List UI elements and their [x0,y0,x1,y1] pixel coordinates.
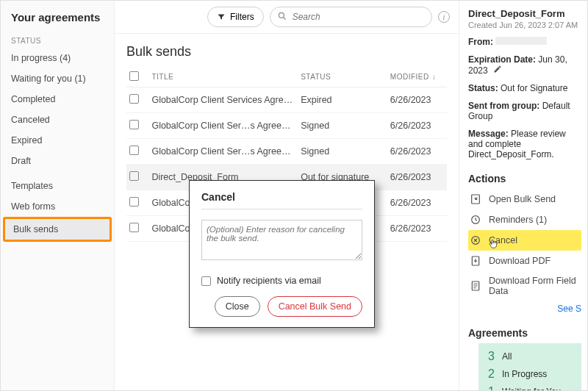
svg-line-1 [283,18,285,20]
column-modified[interactable]: MODIFIED↓ [387,67,447,87]
sidebar-item-in-progress[interactable]: In progress (4) [1,48,114,68]
row-checkbox[interactable] [129,120,139,129]
sidebar-item-waiting[interactable]: Waiting for you (1) [1,68,114,89]
details-status: Status: Out for Signature [468,83,581,93]
details-from: From: [468,37,581,47]
sidebar-item-draft[interactable]: Draft [1,151,114,171]
see-all-link[interactable]: See S [468,304,581,314]
row-checkbox[interactable] [129,94,139,104]
topbar: Filters i [115,1,459,34]
agreement-count-waiting[interactable]: 1Waiting for You [486,383,574,390]
sort-descending-icon: ↓ [432,73,437,81]
action-cancel[interactable]: Cancel [468,230,581,251]
details-message: Message: Please review and complete Dire… [468,129,581,159]
sidebar: Your agreements STATUS In progress (4) W… [1,1,115,390]
column-status[interactable]: STATUS [298,67,387,87]
from-value-redacted [495,37,547,45]
row-checkbox[interactable] [129,223,139,232]
action-download-pdf[interactable]: Download PDF [468,251,581,271]
table-row[interactable]: GlobalCorp Client Ser…s Agreement with f… [126,113,447,139]
download-data-icon [470,280,481,292]
sidebar-item-web-forms[interactable]: Web forms [1,196,114,217]
modal-close-button[interactable]: Close [215,296,260,317]
agreements-summary: 3All 2In Progress 1Waiting for You [478,343,581,390]
filters-label: Filters [230,12,254,22]
sidebar-section-status: STATUS [1,31,114,48]
action-download-form-field-data[interactable]: Download Form Field Data [468,271,581,301]
sidebar-item-expired[interactable]: Expired [1,130,114,151]
agreement-count-in-progress[interactable]: 2In Progress [486,365,574,383]
cancel-reason-textarea[interactable] [201,220,362,260]
agreement-count-all[interactable]: 3All [486,348,574,365]
cancel-circle-icon [470,234,481,246]
cancel-modal: Cancel Notify recipients via email Close… [189,180,375,328]
table-row[interactable]: GlobalCorp Client Services Agreement Exp… [126,87,447,113]
details-group: Sent from group: Default Group [468,101,581,121]
row-checkbox[interactable] [129,197,139,207]
details-panel: Direct_Deposit_Form Created Jun 26, 2023… [459,1,587,390]
page-title: Bulk sends [126,44,447,60]
sidebar-title: Your agreements [1,8,114,31]
filters-button[interactable]: Filters [207,7,264,27]
notify-recipients-checkbox[interactable] [201,276,211,286]
edit-expiration-icon[interactable] [493,65,502,76]
open-icon [470,193,481,205]
sidebar-item-canceled[interactable]: Canceled [1,110,114,130]
table-row[interactable]: GlobalCorp Client Ser…s Agreement with f… [126,139,447,165]
filter-icon [217,12,226,21]
notify-label: Notify recipients via email [217,276,321,286]
sidebar-item-bulk-sends[interactable]: Bulk sends [5,219,110,240]
column-title[interactable]: TITLE [148,67,298,87]
sidebar-item-templates[interactable]: Templates [1,176,114,196]
details-title: Direct_Deposit_Form [468,8,581,19]
action-open-bulk-send[interactable]: Open Bulk Send [468,189,581,209]
details-expiration: Expiration Date: Jun 30, 2023 [468,54,581,76]
action-reminders[interactable]: Reminders (1) [468,209,581,230]
sidebar-item-completed[interactable]: Completed [1,89,114,110]
row-checkbox[interactable] [129,146,139,155]
modal-title: Cancel [201,191,362,203]
download-pdf-icon [470,255,481,267]
details-created: Created Jun 26, 2023 2:07 AM [468,21,581,29]
actions-heading: Actions [468,173,581,184]
search-input[interactable] [270,7,432,27]
modal-cancel-bulk-send-button[interactable]: Cancel Bulk Send [268,296,362,317]
info-icon[interactable]: i [438,11,450,23]
select-all-checkbox[interactable] [129,71,139,81]
clock-icon [470,214,481,226]
svg-point-0 [279,12,284,18]
sidebar-item-bulk-sends-highlight: Bulk sends [3,217,112,242]
row-checkbox[interactable] [129,171,139,181]
search-icon [277,11,287,21]
agreements-heading: Agreements [468,327,581,339]
